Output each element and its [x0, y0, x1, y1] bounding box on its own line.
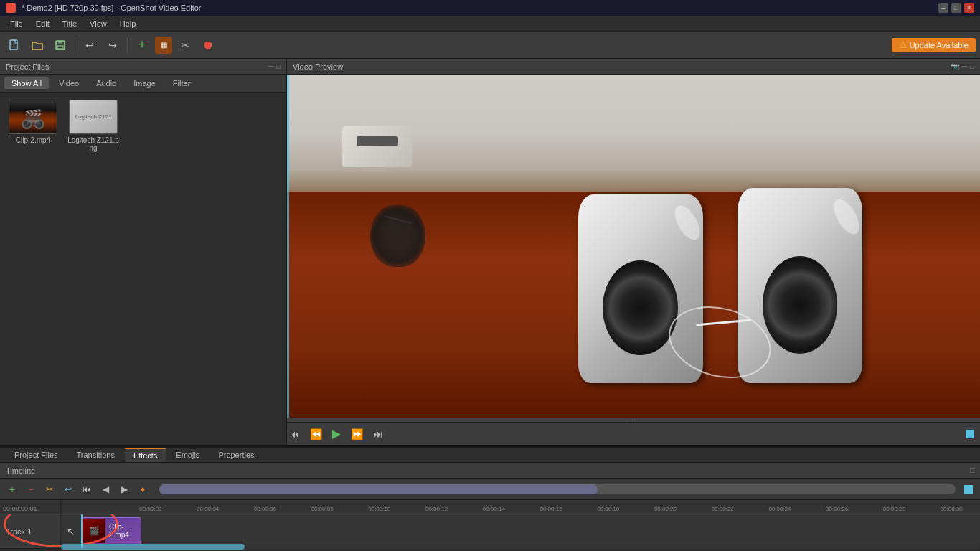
ruler-mark-7: 00:00:16	[522, 506, 580, 512]
file-thumb-logitech: Logitech Z121	[69, 100, 118, 134]
tab-bottom-properties[interactable]: Properties	[209, 448, 263, 461]
screenshot-icon[interactable]: 📷	[951, 62, 959, 70]
tab-bottom-transitions[interactable]: Transitions	[68, 448, 123, 461]
tab-image[interactable]: Image	[126, 77, 163, 89]
bottom-area: Project Files Transitions Effects Emojis…	[0, 445, 980, 551]
preview-title: Video Preview	[293, 62, 951, 71]
ruler-mark-1: 00:00:04	[179, 506, 237, 512]
svg-rect-2	[58, 41, 62, 44]
window-controls: ─ □ ✕	[938, 3, 974, 13]
menu-edit[interactable]: Edit	[30, 18, 55, 29]
tab-bottom-effects[interactable]: Effects	[125, 448, 166, 462]
file-thumb-clip2	[9, 100, 57, 134]
app: * Demo2 [HD 720p 30 fps] - OpenShot Vide…	[0, 0, 980, 551]
menu-view[interactable]: View	[84, 18, 113, 29]
redo-button[interactable]: ↪	[103, 35, 123, 55]
update-badge[interactable]: ⚠ Update Available	[892, 38, 976, 52]
toolbar: ↩ ↪ + ▦ ✂ ⏺ ⚠ Update Available	[0, 32, 980, 59]
fullscreen-icon[interactable]	[966, 430, 974, 438]
project-files-title: Project Files	[6, 62, 268, 71]
ruler-mark-10: 00:00:22	[694, 506, 751, 512]
timeline-position-marker	[964, 485, 973, 494]
add-track-button[interactable]: +	[4, 481, 20, 497]
project-files-panel: Project Files ─ □ Show All Video Audio I…	[0, 59, 287, 445]
play-button[interactable]: ▶	[329, 425, 344, 442]
header-icons: ─ □	[268, 62, 281, 70]
file-name-logitech: Logitech Z121.png	[67, 136, 119, 152]
save-file-button[interactable]	[50, 35, 70, 55]
video-preview	[287, 75, 980, 418]
timeline-scrollbar[interactable]	[61, 544, 980, 550]
title-bar: * Demo2 [HD 720p 30 fps] - OpenShot Vide…	[0, 0, 980, 16]
clip-block-clip2[interactable]: 🎬 Clip-2.mp4	[81, 517, 141, 545]
step-back-tl-button[interactable]: ◀	[98, 481, 113, 497]
timeline-maximize-icon[interactable]: □	[970, 466, 974, 474]
add-clip-button[interactable]: +	[132, 35, 152, 55]
ruler-mark-13: 00:00:28	[866, 506, 923, 512]
step-forward-tl-button[interactable]: ▶	[116, 481, 132, 497]
window-title: * Demo2 [HD 720p 30 fps] - OpenShot Vide…	[22, 4, 933, 12]
tab-bottom-emojis[interactable]: Emojis	[167, 448, 208, 461]
ruler-marks: 00:00:02 00:00:04 00:00:06 00:00:08 00:0…	[61, 506, 980, 514]
files-content: Clip-2.mp4 Logitech Z121 Logitech Z121.p…	[0, 93, 286, 445]
tab-filter[interactable]: Filter	[166, 77, 197, 89]
menu-bar: File Edit Title View Help	[0, 16, 980, 32]
playback-controls: ⏮ ⏪ ▶ ⏩ ⏭	[287, 422, 980, 445]
tab-bottom-project-files[interactable]: Project Files	[6, 448, 67, 461]
jump-end-button[interactable]: ⏭	[370, 427, 386, 441]
razor-button[interactable]: ✂	[42, 481, 57, 497]
ruler-mark-8: 00:00:18	[580, 506, 637, 512]
separator-1	[75, 37, 75, 53]
tab-video[interactable]: Video	[52, 77, 86, 89]
jump-start-tl-button[interactable]: ⏮	[79, 481, 95, 497]
open-file-button[interactable]	[27, 35, 47, 55]
app-icon	[6, 3, 16, 13]
cut-button[interactable]: ✂	[175, 35, 195, 55]
tab-show-all[interactable]: Show All	[4, 77, 49, 89]
workspace: Project Files ─ □ Show All Video Audio I…	[0, 59, 980, 551]
minimize-preview-icon[interactable]: ─	[962, 62, 967, 70]
file-name-clip2: Clip-2.mp4	[16, 136, 50, 144]
video-preview-panel: Video Preview 📷 ─ □	[287, 59, 980, 445]
minimize-button[interactable]: ─	[938, 3, 948, 13]
remove-track-button[interactable]: −	[23, 481, 39, 497]
menu-help[interactable]: Help	[114, 18, 142, 29]
ruler-mark-5: 00:00:12	[408, 506, 466, 512]
svg-rect-3	[57, 46, 63, 49]
timeline-header: Timeline □	[0, 463, 980, 479]
timeline-ruler: 00:00:00:01 00:00:02 00:00:04 00:00:06 0…	[0, 500, 980, 514]
ruler-offset: 00:00:00:01	[0, 500, 61, 514]
transitions-button[interactable]: ▦	[155, 37, 172, 54]
minimize-panel-icon[interactable]: ─	[268, 62, 273, 70]
record-button[interactable]: ⏺	[198, 35, 218, 55]
ruler-mark-14: 00:00:30	[923, 506, 980, 512]
jump-start-button[interactable]: ⏮	[287, 427, 303, 441]
add-marker-button[interactable]: ♦	[135, 481, 151, 497]
maximize-button[interactable]: □	[951, 3, 961, 13]
track-name-1: Track 1	[6, 527, 32, 536]
file-item-clip2[interactable]: Clip-2.mp4	[7, 100, 59, 152]
file-tabs: Show All Video Audio Image Filter	[0, 75, 286, 93]
close-button[interactable]: ✕	[964, 3, 974, 13]
menu-file[interactable]: File	[4, 18, 29, 29]
timeline-title: Timeline	[6, 466, 35, 475]
ruler-mark-2: 00:00:06	[236, 506, 293, 512]
step-forward-button[interactable]: ⏩	[348, 427, 366, 441]
timeline-zoom-bar[interactable]	[159, 484, 956, 494]
maximize-preview-icon[interactable]: □	[970, 62, 974, 70]
clip-thumbnail: 🎬	[83, 519, 105, 543]
enable-clip-tl-button[interactable]: ↩	[60, 481, 76, 497]
tab-audio[interactable]: Audio	[89, 77, 123, 89]
ruler-mark-12: 00:00:26	[809, 506, 866, 512]
ruler-mark-0: 00:00:02	[122, 506, 179, 512]
maximize-panel-icon[interactable]: □	[276, 62, 281, 70]
cursor-icon: ↖	[67, 526, 75, 537]
undo-button[interactable]: ↩	[80, 35, 100, 55]
menu-title[interactable]: Title	[57, 18, 83, 29]
bottom-tabs: Project Files Transitions Effects Emojis…	[0, 446, 980, 463]
step-back-button[interactable]: ⏪	[307, 427, 325, 441]
new-file-button[interactable]	[4, 35, 24, 55]
file-item-logitech[interactable]: Logitech Z121 Logitech Z121.png	[67, 100, 119, 152]
separator-2	[127, 37, 128, 53]
timeline-tracks: Track 1 ↖ 🎬	[0, 514, 980, 551]
